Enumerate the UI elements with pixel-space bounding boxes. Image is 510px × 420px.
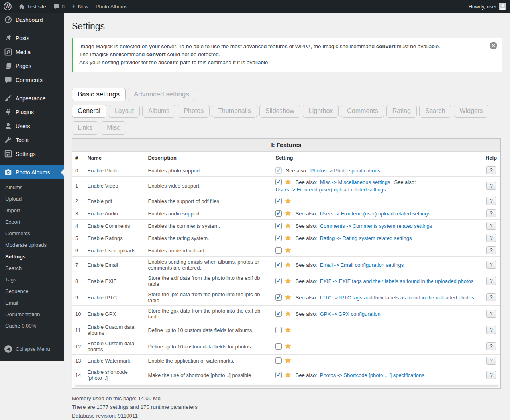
star-icon[interactable]: ★ [284, 311, 291, 317]
submenu-item-settings[interactable]: Settings [0, 251, 64, 262]
setting-checkbox[interactable] [275, 343, 282, 350]
star-icon[interactable]: ★ [284, 372, 291, 378]
submenu-item-email[interactable]: Email [0, 297, 64, 309]
see-also-link[interactable]: IPTC -> IPTC tags and their labels as fo… [320, 295, 474, 301]
tab-basic-settings[interactable]: Basic settings [72, 88, 126, 101]
wp-logo-menu[interactable]: W [0, 0, 15, 13]
setting-checkbox[interactable] [275, 294, 282, 301]
dismiss-notice-icon[interactable]: ✕ [490, 42, 497, 49]
tab-widgets[interactable]: Widgets [454, 105, 489, 118]
setting-checkbox[interactable] [275, 223, 282, 229]
submenu-item-sequence[interactable]: Sequence [0, 285, 64, 297]
help-button[interactable]: ? [486, 371, 496, 379]
tab-rating[interactable]: Rating [386, 105, 417, 118]
help-button[interactable]: ? [486, 357, 496, 365]
star-icon[interactable]: ★ [284, 223, 291, 229]
star-icon[interactable]: ★ [284, 198, 291, 204]
help-button[interactable]: ? [486, 293, 496, 301]
setting-checkbox[interactable] [275, 262, 282, 268]
star-icon[interactable]: ★ [284, 278, 291, 284]
tab-general[interactable]: General [72, 105, 106, 118]
help-button[interactable]: ? [486, 222, 496, 230]
see-also-link[interactable]: Photos -> Shortcode [photo ... ] specifi… [320, 372, 424, 378]
star-icon[interactable]: ★ [284, 357, 291, 364]
submenu-item-albums[interactable]: Albums [0, 182, 64, 193]
setting-checkbox[interactable] [275, 372, 282, 378]
setting-checkbox[interactable] [275, 235, 282, 241]
sidebar-item-photo-albums[interactable]: Photo Albums [0, 165, 64, 179]
tab-albums[interactable]: Albums [142, 105, 175, 118]
help-button[interactable]: ? [486, 166, 496, 174]
help-button[interactable]: ? [486, 234, 496, 242]
see-also-link[interactable]: EXIF -> EXIF tags and their labels as fo… [320, 278, 474, 284]
sidebar-item-appearance[interactable]: Appearance [0, 91, 64, 105]
tab-misc[interactable]: Misc [101, 121, 126, 135]
submenu-item-comments[interactable]: Comments [0, 228, 64, 239]
setting-checkbox[interactable] [275, 311, 282, 317]
tab-comments[interactable]: Comments [341, 105, 384, 118]
see-also-link[interactable]: Users -> Frontend (user) upload related … [275, 187, 386, 193]
setting-checkbox[interactable] [275, 278, 282, 284]
help-button[interactable]: ? [486, 261, 496, 269]
submenu-item-export[interactable]: Export [0, 216, 64, 228]
submenu-item-search[interactable]: Search [0, 262, 64, 274]
setting-checkbox[interactable] [275, 179, 282, 185]
sidebar-item-users[interactable]: Users [0, 119, 64, 133]
sidebar-item-comments[interactable]: Comments [0, 73, 64, 87]
see-also-link[interactable]: Photos -> Photo specifications [310, 168, 380, 174]
sidebar-item-media[interactable]: Media [0, 45, 64, 59]
star-icon[interactable]: ★ [284, 327, 291, 333]
help-button[interactable]: ? [486, 277, 496, 285]
see-also-link[interactable]: Users -> Frontend (user) upload related … [320, 211, 430, 217]
sidebar-item-pages[interactable]: Pages [0, 59, 64, 73]
star-icon[interactable]: ★ [284, 210, 291, 217]
sidebar-item-settings[interactable]: Settings [0, 147, 64, 161]
sidebar-item-plugins[interactable]: Plugins [0, 105, 64, 119]
setting-checkbox[interactable] [275, 357, 282, 364]
tab-photos[interactable]: Photos [178, 105, 210, 118]
see-also-link[interactable]: Email -> Email configuration settings [320, 262, 404, 268]
see-also-link[interactable]: Rating -> Rating system related settings [320, 235, 412, 241]
star-icon[interactable]: ★ [284, 343, 291, 350]
admin-bar-photo-albums[interactable]: Photo Albums [92, 0, 131, 13]
admin-bar-comments[interactable]: 0 [50, 0, 68, 13]
scrollbar-thumb[interactable] [75, 385, 498, 387]
see-also-link[interactable]: Comments -> Comments system related sett… [320, 223, 432, 229]
setting-checkbox[interactable] [275, 327, 282, 333]
help-button[interactable]: ? [486, 182, 496, 190]
help-button[interactable]: ? [486, 326, 496, 334]
submenu-item-upload[interactable]: Upload [0, 193, 64, 205]
tab-search[interactable]: Search [419, 105, 451, 118]
sidebar-item-tools[interactable]: Tools [0, 133, 64, 147]
tab-advanced-settings[interactable]: Advanced settings [128, 88, 195, 101]
star-icon[interactable]: ★ [284, 294, 291, 301]
see-also-link[interactable]: Misc -> Miscellaneous settings [320, 179, 390, 185]
star-icon[interactable]: ★ [284, 235, 291, 241]
setting-checkbox[interactable] [275, 247, 282, 254]
star-icon[interactable]: ★ [284, 262, 291, 268]
help-button[interactable]: ? [486, 310, 496, 318]
tab-layout[interactable]: Layout [109, 105, 140, 118]
submenu-item-documentation[interactable]: Documentation [0, 309, 64, 320]
setting-checkbox[interactable] [275, 210, 282, 217]
star-icon[interactable]: ★ [284, 247, 291, 254]
tab-slideshow[interactable]: Slideshow [259, 105, 300, 118]
admin-bar-account[interactable]: Howdy, user [465, 0, 510, 13]
help-button[interactable]: ? [486, 342, 496, 350]
admin-bar-site-name[interactable]: Test site [15, 0, 50, 13]
collapse-menu-button[interactable]: ◀ Collapse Menu [0, 341, 64, 357]
submenu-item-tags[interactable]: Tags [0, 274, 64, 285]
table-horizontal-scrollbar[interactable] [73, 384, 500, 388]
help-button[interactable]: ? [486, 197, 496, 205]
tab-lightbox[interactable]: Lightbox [303, 105, 339, 118]
tab-links[interactable]: Links [72, 121, 98, 135]
star-icon[interactable]: ★ [284, 179, 291, 185]
tab-thumbnails[interactable]: Thumbnails [212, 105, 257, 118]
help-button[interactable]: ? [486, 246, 496, 254]
see-also-link[interactable]: GPX -> GPX configuration [320, 311, 381, 317]
help-button[interactable]: ? [486, 209, 496, 217]
sidebar-item-posts[interactable]: Posts [0, 31, 64, 45]
setting-checkbox[interactable] [275, 198, 282, 204]
submenu-item-import[interactable]: Import [0, 205, 64, 216]
sidebar-item-dashboard[interactable]: Dashboard [0, 13, 64, 27]
